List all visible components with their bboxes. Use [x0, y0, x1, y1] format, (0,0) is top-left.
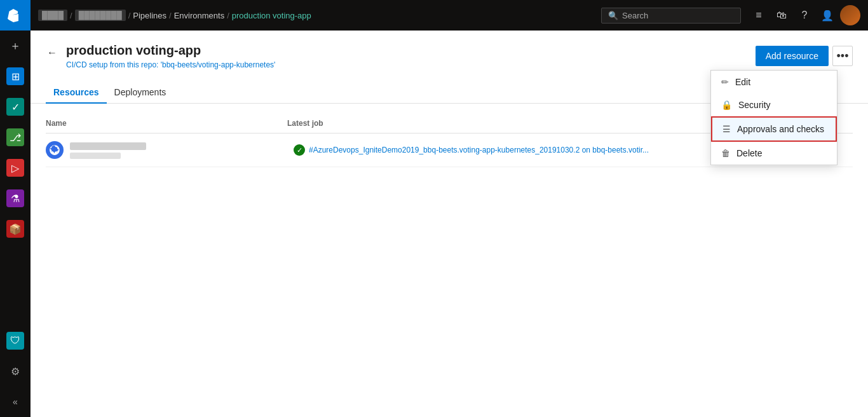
- resource-name-area: [70, 141, 294, 159]
- page-title-area: production voting-app CI/CD setup from t…: [66, 43, 275, 69]
- more-options-button[interactable]: •••: [832, 46, 853, 66]
- menu-item-approvals[interactable]: ☰ Approvals and checks: [711, 116, 837, 142]
- back-button[interactable]: ←: [46, 46, 58, 60]
- sidebar-item-boards[interactable]: ✓: [0, 92, 31, 122]
- sidebar: ＋ ⊞ ✓ ⎇ ▷ ⚗ 📦 🛡 ⚙ «: [0, 0, 31, 417]
- sidebar-logo[interactable]: [0, 0, 31, 31]
- page-header: ← production voting-app CI/CD setup from…: [31, 31, 868, 69]
- sidebar-item-settings[interactable]: ⚙: [0, 356, 31, 386]
- context-menu: ✏ Edit 🔒 Security ☰ Approvals and checks…: [710, 70, 837, 165]
- sidebar-collapse-btn[interactable]: «: [0, 386, 31, 417]
- sidebar-item-home[interactable]: ⊞: [0, 61, 31, 92]
- menu-item-delete[interactable]: 🗑 Delete: [711, 142, 837, 165]
- page-header-left: ← production voting-app CI/CD setup from…: [46, 43, 275, 69]
- project-blurred[interactable]: ████████: [75, 10, 126, 21]
- resource-name-blurred: [70, 142, 146, 150]
- sidebar-item-pipelines[interactable]: ▷: [0, 153, 31, 183]
- repos-icon: ⎇: [6, 128, 24, 146]
- menu-item-security[interactable]: 🔒 Security: [711, 93, 837, 116]
- page-title: production voting-app: [66, 43, 275, 58]
- org-blurred[interactable]: ████: [38, 10, 67, 21]
- main-wrapper: ████ / ████████ / Pipelines / Environmen…: [31, 0, 868, 417]
- breadcrumb-pipelines[interactable]: Pipelines: [133, 11, 166, 20]
- menu-label-approvals: Approvals and checks: [737, 124, 824, 134]
- resource-icon: [46, 141, 64, 159]
- tab-resources[interactable]: Resources: [46, 82, 107, 104]
- menu-label-edit: Edit: [735, 77, 750, 87]
- help-icon[interactable]: ?: [794, 5, 815, 25]
- kubernetes-icon: [46, 141, 64, 159]
- sidebar-item-repos[interactable]: ⎇: [0, 122, 31, 153]
- resource-sub-blurred: [70, 153, 121, 159]
- menu-item-edit[interactable]: ✏ Edit: [711, 71, 837, 93]
- notifications-icon[interactable]: 🛍: [771, 5, 792, 25]
- testplans-icon: ⚗: [6, 189, 24, 207]
- pipelines-icon: ▷: [6, 159, 24, 177]
- boards-icon: ✓: [6, 98, 24, 116]
- ellipsis-icon: •••: [837, 50, 849, 63]
- azure-devops-logo-icon: [8, 8, 23, 23]
- col-header-name: Name: [46, 119, 287, 128]
- home-icon: ⊞: [6, 67, 24, 85]
- edit-icon: ✏: [721, 77, 729, 87]
- search-box[interactable]: 🔍 Search: [601, 8, 741, 24]
- breadcrumb: ████ / ████████ / Pipelines / Environmen…: [38, 10, 311, 21]
- list-view-icon[interactable]: ≡: [749, 5, 769, 25]
- topbar: ████ / ████████ / Pipelines / Environmen…: [31, 0, 868, 31]
- breadcrumb-current: production voting-app: [232, 11, 311, 20]
- tab-deployments[interactable]: Deployments: [107, 82, 174, 104]
- lock-icon: 🔒: [721, 100, 732, 110]
- sidebar-item-testplans[interactable]: ⚗: [0, 183, 31, 214]
- collapse-icon: «: [13, 397, 18, 407]
- user-settings-icon[interactable]: 👤: [817, 5, 837, 25]
- delete-icon: 🗑: [721, 148, 730, 158]
- artifacts-icon: 📦: [6, 220, 24, 238]
- add-icon: ＋: [10, 38, 21, 53]
- search-icon: 🔍: [608, 11, 618, 20]
- job-link[interactable]: #AzureDevops_IgniteDemo2019_bbq-beets.vo…: [309, 146, 649, 154]
- approvals-icon: ☰: [722, 124, 731, 134]
- topbar-actions: ≡ 🛍 ? 👤: [749, 5, 860, 25]
- menu-label-delete: Delete: [736, 148, 762, 158]
- sidebar-item-security[interactable]: 🛡: [0, 325, 31, 356]
- breadcrumb-environments[interactable]: Environments: [174, 11, 224, 20]
- page-header-right: Add resource •••: [756, 46, 853, 66]
- page-subtitle[interactable]: CI/CD setup from this repo: 'bbq-beets/v…: [66, 60, 275, 69]
- menu-label-security: Security: [738, 100, 771, 110]
- sidebar-item-add[interactable]: ＋: [0, 31, 31, 61]
- k8s-logo-icon: [49, 144, 60, 156]
- avatar[interactable]: [840, 5, 860, 25]
- search-placeholder: Search: [622, 11, 648, 20]
- content-area: ← production voting-app CI/CD setup from…: [31, 31, 868, 417]
- security-shield-icon: 🛡: [6, 332, 24, 350]
- add-resource-button[interactable]: Add resource: [756, 46, 829, 66]
- settings-icon: ⚙: [11, 366, 20, 378]
- status-success-icon: ✓: [294, 144, 305, 156]
- sidebar-item-artifacts[interactable]: 📦: [0, 214, 31, 244]
